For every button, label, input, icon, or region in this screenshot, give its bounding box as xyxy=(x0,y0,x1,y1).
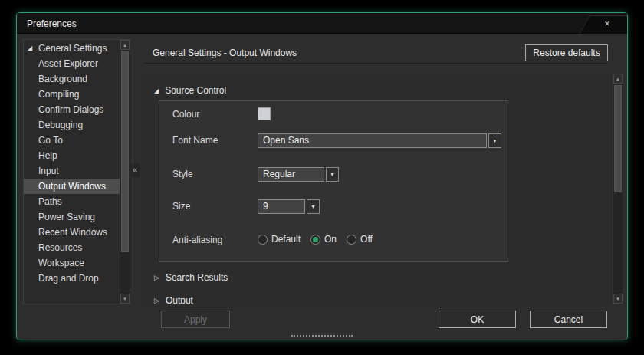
radio-circle-icon[interactable] xyxy=(310,235,320,245)
tree-item-label: Compiling xyxy=(38,89,79,100)
size-label: Size xyxy=(172,199,190,214)
tree-item-label: Paths xyxy=(38,196,62,207)
tree-item-input[interactable]: Input xyxy=(24,163,120,179)
titlebar[interactable]: Preferences × xyxy=(17,13,627,34)
tree-item-general-settings[interactable]: ◢ General Settings xyxy=(24,41,120,56)
size-row: Size 9 ▼ xyxy=(159,199,508,215)
ok-button[interactable]: OK xyxy=(439,311,516,328)
radio-label: Off xyxy=(360,234,373,245)
tree-item-workspace[interactable]: Workspace xyxy=(24,255,120,271)
antialiasing-radio-group: Default On Off xyxy=(258,234,383,245)
section-title: Search Results xyxy=(166,272,228,283)
settings-tree-panel: ◢ General Settings Asset Explorer Backgr… xyxy=(23,39,130,304)
tree-item-label: Drag and Drop xyxy=(38,273,99,284)
section-header-source-control[interactable]: ◢ Source Control xyxy=(154,84,226,97)
section-header-output[interactable]: ▷ Output xyxy=(154,294,193,304)
style-label: Style xyxy=(172,167,193,182)
colour-label: Colour xyxy=(172,107,199,122)
scroll-down-icon[interactable]: ▼ xyxy=(613,294,623,304)
sidebar-scrollbar[interactable]: ▲ ▼ xyxy=(120,40,130,304)
size-dropdown[interactable]: 9 xyxy=(258,199,305,214)
radio-circle-icon[interactable] xyxy=(347,235,356,245)
antialiasing-row: Anti-aliasing Default On xyxy=(159,233,508,248)
style-value: Regular xyxy=(263,169,295,179)
section-expanded-icon[interactable]: ◢ xyxy=(154,87,159,94)
restore-defaults-button[interactable]: Restore defaults xyxy=(525,44,608,61)
chevron-down-icon: ▼ xyxy=(492,138,498,143)
tree-item-debugging[interactable]: Debugging xyxy=(24,117,120,133)
tree-item-label: Power Saving xyxy=(38,212,95,222)
section-title: Source Control xyxy=(165,85,226,96)
style-dropdown[interactable]: Regular xyxy=(258,167,324,182)
tree-item-power-saving[interactable]: Power Saving xyxy=(24,209,120,225)
section-header-search-results[interactable]: ▷ Search Results xyxy=(154,271,228,284)
style-dropdown-button[interactable]: ▼ xyxy=(326,167,339,182)
antialiasing-label: Anti-aliasing xyxy=(172,233,222,248)
style-row: Style Regular ▼ xyxy=(159,167,508,182)
tree-item-recent-windows[interactable]: Recent Windows xyxy=(24,225,120,240)
radio-default[interactable]: Default xyxy=(258,234,301,245)
settings-tree: ◢ General Settings Asset Explorer Backgr… xyxy=(24,41,120,304)
tree-item-resources[interactable]: Resources xyxy=(24,240,120,255)
close-icon[interactable]: × xyxy=(600,18,614,30)
font-name-row: Font Name Open Sans ▼ xyxy=(159,133,508,149)
tree-expanded-icon[interactable]: ◢ xyxy=(28,41,32,56)
preferences-window: Preferences × ◢ General Settings Asset E… xyxy=(16,12,628,340)
chevron-down-icon: ▼ xyxy=(330,172,335,177)
settings-scroll-area: ◢ Source Control Colour Font Name Open S… xyxy=(143,74,612,304)
radio-off[interactable]: Off xyxy=(347,234,373,245)
font-name-dropdown-button[interactable]: ▼ xyxy=(488,133,501,148)
colour-row: Colour xyxy=(159,107,508,123)
sidebar-scrollbar-thumb[interactable] xyxy=(121,51,129,252)
desktop-background: Preferences × ◢ General Settings Asset E… xyxy=(0,0,644,355)
content-scrollbar-thumb[interactable] xyxy=(614,85,622,192)
tree-item-label: Background xyxy=(38,74,87,84)
tree-item-output-windows[interactable]: Output Windows xyxy=(24,179,120,194)
scroll-up-icon[interactable]: ▲ xyxy=(613,74,623,84)
tree-item-label: Confirm Dialogs xyxy=(38,104,104,115)
section-collapsed-icon[interactable]: ▷ xyxy=(154,297,159,304)
size-value: 9 xyxy=(263,201,268,212)
tree-item-background[interactable]: Background xyxy=(24,71,120,87)
tree-item-confirm-dialogs[interactable]: Confirm Dialogs xyxy=(24,102,120,117)
tree-item-label: Go To xyxy=(38,135,63,146)
tree-item-label: Asset Explorer xyxy=(38,58,98,69)
radio-label: On xyxy=(324,234,337,245)
main-header: General Settings - Output Windows Restor… xyxy=(143,42,608,64)
radio-on[interactable]: On xyxy=(310,234,337,245)
tree-item-label: Resources xyxy=(38,242,82,253)
font-name-value: Open Sans xyxy=(263,135,309,146)
section-collapsed-icon[interactable]: ▷ xyxy=(154,274,159,281)
settings-content: ◢ Source Control Colour Font Name Open S… xyxy=(143,74,623,304)
chevron-down-icon: ▼ xyxy=(310,204,316,209)
tree-item-label: General Settings xyxy=(38,43,107,54)
tree-item-label: Output Windows xyxy=(38,181,106,192)
tree-item-label: Workspace xyxy=(38,258,84,268)
scroll-up-icon[interactable]: ▲ xyxy=(120,40,130,50)
source-control-groupbox: Colour Font Name Open Sans ▼ Style xyxy=(159,100,508,262)
radio-label: Default xyxy=(271,234,301,245)
scroll-down-icon[interactable]: ▼ xyxy=(120,294,130,304)
font-name-label: Font Name xyxy=(172,133,218,148)
apply-button[interactable]: Apply xyxy=(161,311,230,328)
tree-item-asset-explorer[interactable]: Asset Explorer xyxy=(24,56,120,71)
content-scrollbar[interactable]: ▲ ▼ xyxy=(613,74,623,304)
resize-grip-dots[interactable] xyxy=(291,335,353,337)
section-title: Output xyxy=(166,295,193,304)
radio-circle-icon[interactable] xyxy=(258,235,268,245)
tree-item-help[interactable]: Help xyxy=(24,148,120,163)
font-name-dropdown[interactable]: Open Sans xyxy=(258,133,487,148)
tree-item-label: Help xyxy=(38,150,58,161)
tree-item-drag-and-drop[interactable]: Drag and Drop xyxy=(24,271,120,286)
tree-item-paths[interactable]: Paths xyxy=(24,194,120,209)
tree-item-label: Recent Windows xyxy=(38,227,107,238)
window-title: Preferences xyxy=(27,18,77,29)
colour-swatch[interactable] xyxy=(258,107,271,120)
size-dropdown-button[interactable]: ▼ xyxy=(307,199,320,214)
tree-item-label: Input xyxy=(38,166,59,176)
tree-item-label: Debugging xyxy=(38,120,83,130)
cancel-button[interactable]: Cancel xyxy=(530,311,607,328)
tree-item-compiling[interactable]: Compiling xyxy=(24,87,120,102)
tree-item-go-to[interactable]: Go To xyxy=(24,133,120,148)
sidebar-collapse-button[interactable]: « xyxy=(130,163,140,177)
